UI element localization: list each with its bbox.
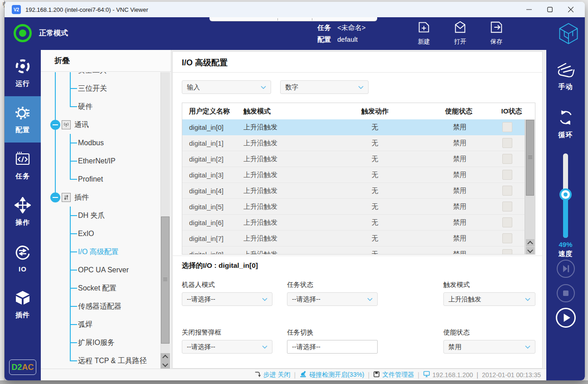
tree-branch-tick: [70, 270, 77, 271]
tree-item-label: 硬件: [78, 102, 92, 112]
manual-mode-button[interactable]: 手动: [546, 61, 585, 91]
io-state-checkbox[interactable]: [502, 170, 512, 180]
nav-item-io[interactable]: IO: [5, 235, 41, 281]
nav-item-plugin[interactable]: 插件: [5, 281, 41, 328]
io-state-checkbox[interactable]: [502, 186, 512, 196]
left-nav-rail: 运行 配置: [5, 50, 41, 380]
tree-item[interactable]: 通讯: [41, 116, 160, 134]
enable-state-cell: 禁用: [430, 234, 489, 243]
table-scrollbar-thumb[interactable]: [526, 120, 534, 196]
new-task-button[interactable]: 新建: [413, 20, 435, 46]
io-table-row[interactable]: digital_in[7] 上升沿触发 无 禁用: [182, 231, 525, 246]
nav-item-operate[interactable]: 操作: [5, 189, 41, 235]
io-direction-select[interactable]: 输入: [182, 80, 271, 94]
title-bar: V2 192.168.1.200 (intel-corei7-64:0) - V…: [5, 2, 585, 17]
form-field-select[interactable]: --请选择--: [287, 292, 378, 306]
desktop-bottom-strip: [0, 380, 588, 384]
table-scroll-down-button[interactable]: [526, 247, 535, 254]
io-table-row[interactable]: digital_in[3] 上升沿触发 无 禁用: [182, 167, 525, 183]
tree-item[interactable]: 扩展IO服务: [41, 334, 160, 352]
tree-item[interactable]: Socket 配置: [41, 279, 160, 297]
tree-item[interactable]: 插件: [41, 188, 160, 207]
step-mode-toggle[interactable]: 步进 关闭: [254, 371, 291, 379]
tree-scroll-down-button[interactable]: [160, 361, 170, 369]
collapse-minus-icon[interactable]: [50, 192, 60, 202]
vnc-toolbar-tab[interactable]: [209, 17, 377, 21]
io-state-checkbox[interactable]: [502, 249, 512, 255]
tree-item[interactable]: 远程 TCP & 工具路径: [41, 352, 160, 369]
collapse-minus-icon[interactable]: [50, 120, 60, 130]
io-table-row[interactable]: digital_in[2] 上升沿触发 无 禁用: [182, 151, 525, 167]
tree-item[interactable]: EtherNet/IP: [41, 152, 160, 170]
tree-scroll-up-button[interactable]: [160, 353, 170, 361]
step-icon: [254, 371, 261, 379]
speed-slider[interactable]: [563, 153, 568, 238]
io-state-checkbox[interactable]: [502, 154, 512, 164]
table-scroll-up-button[interactable]: [526, 239, 535, 246]
maximize-button[interactable]: [539, 2, 560, 17]
trigger-action-cell: 无: [348, 250, 402, 255]
form-field-select[interactable]: --请选择--: [287, 340, 378, 354]
io-table-row[interactable]: digital_in[8] 上升沿触发 无 禁用: [182, 246, 525, 255]
loop-mode-button[interactable]: 循环: [546, 109, 585, 139]
minimize-button[interactable]: [519, 2, 539, 17]
tree-item[interactable]: DH 夹爪: [41, 207, 160, 225]
table-scrollbar-track[interactable]: [525, 119, 535, 255]
tree-collapse-header[interactable]: 折叠: [41, 50, 171, 72]
io-state-checkbox[interactable]: [502, 202, 512, 212]
io-table-row[interactable]: digital_in[5] 上升沿触发 无 禁用: [182, 199, 525, 215]
trigger-mode-cell: 上升沿触发: [243, 234, 348, 243]
hand-icon: [556, 61, 576, 80]
robot-app: 正常模式 任务<未命名> 配置default 新建: [5, 17, 585, 380]
io-state-checkbox[interactable]: [502, 217, 512, 227]
form-field-select[interactable]: --请选择--: [182, 292, 272, 306]
close-button[interactable]: [560, 2, 581, 17]
tree-item[interactable]: ExIO: [41, 225, 160, 243]
stop-button[interactable]: [557, 284, 575, 302]
save-button[interactable]: 保存: [485, 20, 508, 46]
io-table-row[interactable]: digital_in[6] 上升沿触发 无 禁用: [182, 215, 525, 231]
vnc-logo-icon: V2: [12, 5, 21, 14]
io-name-cell: digital_in[1]: [182, 139, 243, 147]
tree-item[interactable]: OPC UA Server: [41, 261, 160, 279]
chevron-down-icon: [525, 298, 530, 301]
tree-item[interactable]: 三位开关: [41, 79, 160, 98]
speed-slider-thumb[interactable]: [559, 188, 572, 201]
tree-item[interactable]: 传感器适配器: [41, 297, 160, 315]
io-swap-icon: [15, 244, 31, 262]
tree-item[interactable]: Modbus: [41, 134, 160, 152]
io-type-select[interactable]: 数字: [280, 80, 369, 94]
step-forward-button[interactable]: [557, 260, 575, 278]
tree-item[interactable]: 硬件: [41, 98, 160, 116]
nav-item-run[interactable]: 运行: [5, 50, 41, 96]
tree-branch-tick: [70, 306, 77, 307]
network-monitor-icon: [423, 370, 430, 379]
io-table-row[interactable]: digital_in[1] 上升沿触发 无 禁用: [182, 135, 525, 151]
tree-item[interactable]: 弧焊: [41, 315, 160, 334]
cycle-arrows-icon: [556, 109, 576, 128]
trigger-action-cell: 无: [348, 234, 402, 243]
nav-item-config[interactable]: 配置: [5, 96, 41, 143]
tree-scrollbar-thumb[interactable]: [161, 217, 170, 344]
tree-item[interactable]: 安全工具: [41, 72, 160, 79]
play-button[interactable]: [556, 308, 576, 328]
form-field-select[interactable]: --请选择--: [182, 340, 272, 354]
tree-item[interactable]: I/O 高级配置: [41, 243, 160, 261]
enable-state-cell: 禁用: [430, 202, 489, 211]
file-manager-button[interactable]: 文件管理器: [373, 371, 414, 379]
io-state-checkbox[interactable]: [502, 233, 512, 243]
io-state-checkbox[interactable]: [502, 122, 512, 132]
collision-detection-status[interactable]: 碰撞检测开启(33%): [299, 370, 364, 379]
io-table-row[interactable]: digital_in[4] 上升沿触发 无 禁用: [182, 183, 525, 199]
io-state-checkbox[interactable]: [502, 138, 512, 148]
nav-item-task[interactable]: 任务: [5, 143, 41, 189]
form-field-select[interactable]: 上升沿触发: [443, 292, 535, 306]
io-table-row[interactable]: digital_in[0] 上升沿触发 无 禁用: [182, 119, 525, 135]
enable-state-cell: 禁用: [430, 250, 489, 255]
divider: [173, 256, 542, 256]
open-button[interactable]: 打开: [449, 20, 471, 46]
tree-item-label: 通讯: [74, 120, 89, 130]
tree-item[interactable]: Profinet: [41, 170, 160, 188]
sliders-icon: [62, 193, 71, 202]
form-field-select[interactable]: 禁用: [443, 340, 535, 354]
